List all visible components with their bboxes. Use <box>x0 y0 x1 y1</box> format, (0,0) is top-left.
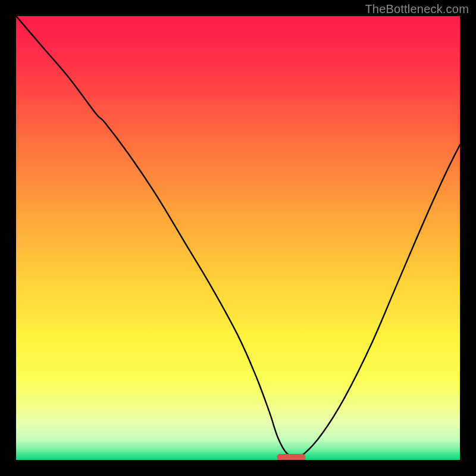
plot-area <box>16 16 460 460</box>
gradient-background <box>16 16 460 460</box>
chart-frame: TheBottleneck.com <box>0 0 476 476</box>
watermark-text: TheBottleneck.com <box>365 2 469 16</box>
chart-svg <box>16 16 460 460</box>
optimal-marker <box>277 454 306 460</box>
